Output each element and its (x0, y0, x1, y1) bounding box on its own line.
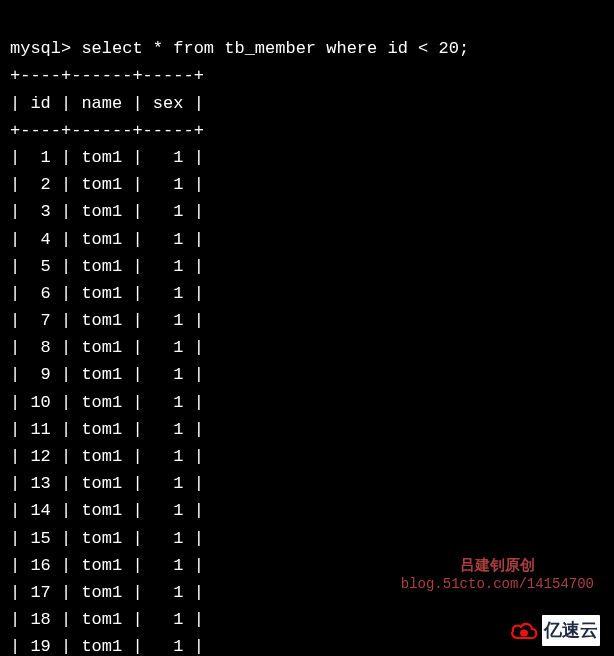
sql-query: select * from tb_member where id < 20; (81, 39, 469, 58)
table-rows: | 1 | tom1 | 1 | | 2 | tom1 | 1 | | 3 | … (10, 148, 204, 656)
table-border-mid: +----+------+-----+ (10, 121, 204, 140)
table-border-top: +----+------+-----+ (10, 66, 204, 85)
mysql-terminal[interactable]: mysql> select * from tb_member where id … (10, 8, 604, 656)
prompt: mysql> select * from tb_member where id … (10, 39, 469, 58)
table-header-row: | id | name | sex | (10, 94, 204, 113)
